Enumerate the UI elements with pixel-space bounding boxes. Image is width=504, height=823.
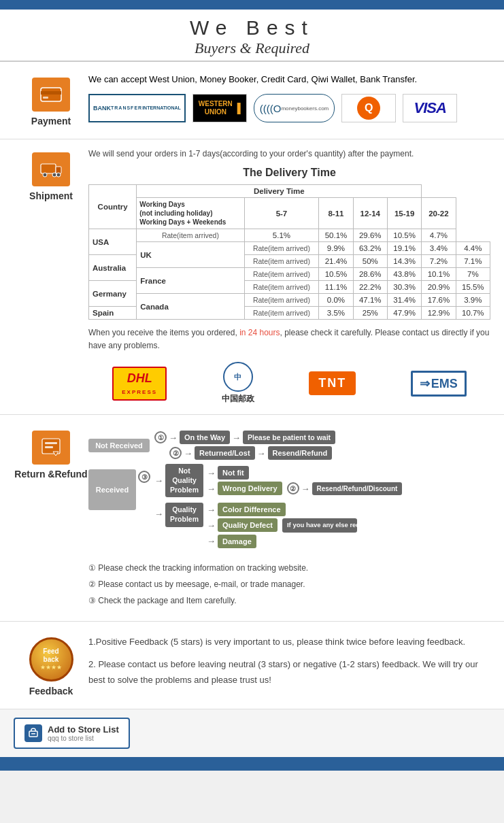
shipping-logos: DHL EXPRESS 中 中国邮政 TNT ⇒EMS bbox=[88, 362, 490, 405]
visa-text: VISA bbox=[414, 99, 446, 117]
shipment-note: We will send your orders in 1-7 days(acc… bbox=[88, 149, 490, 158]
svg-rect-9 bbox=[45, 442, 57, 444]
store-button-section: Add to Store List qqq to store list bbox=[0, 709, 504, 757]
refund-icon-area: Return &Refund bbox=[14, 427, 88, 480]
flow-not-received: Not Received bbox=[88, 439, 150, 452]
payment-icon bbox=[32, 78, 70, 112]
western-union-logo: WESTERNUNION▐ bbox=[192, 94, 247, 122]
flow-patient: Please be patient to wait bbox=[243, 431, 335, 444]
svg-rect-3 bbox=[41, 164, 56, 173]
visa-logo: VISA bbox=[403, 94, 457, 122]
flow-num-1a: ① bbox=[154, 431, 167, 443]
flow-num-2a: ② bbox=[169, 447, 182, 459]
flow-not-quality: NotQualityProblem bbox=[165, 464, 203, 497]
delivery-table: Country Delivery Time Working Days(not i… bbox=[88, 184, 490, 320]
flow-damage: Damage bbox=[218, 535, 256, 548]
feedback-icon: Feedback ★★★★ bbox=[29, 637, 73, 682]
shipment-label: Shipment bbox=[29, 190, 73, 201]
feedback-icon-area: Feedback ★★★★ Feedback bbox=[14, 634, 88, 696]
page-subtitle: Buyers & Required bbox=[0, 39, 504, 57]
col-12-14: 12-14 bbox=[353, 198, 387, 229]
dhl-logo: DHL EXPRESS bbox=[112, 367, 167, 401]
svg-rect-12 bbox=[31, 733, 35, 735]
chinapost-logo: 中 中国邮政 bbox=[222, 362, 254, 405]
table-row: UK Rate(item arrived) 9.9% 63.2% 19.1% 3… bbox=[89, 242, 490, 255]
flow-num-2b: ② bbox=[287, 482, 299, 494]
ems-logo: ⇒EMS bbox=[411, 371, 467, 397]
refund-instructions: ① Please check the tracking information … bbox=[88, 560, 490, 609]
svg-point-5 bbox=[43, 173, 47, 177]
col-20-22: 20-22 bbox=[422, 198, 456, 229]
page-wrapper: We Best Buyers & Required Payment We can… bbox=[0, 0, 504, 771]
svg-rect-1 bbox=[41, 91, 61, 95]
flow-not-fit: Not fit bbox=[218, 466, 249, 480]
table-row: France Rate(item arrived) 10.5% 28.6% 43… bbox=[89, 268, 490, 281]
refund-label: Return &Refund bbox=[14, 469, 87, 480]
col-8-11: 8-11 bbox=[319, 198, 353, 229]
svg-rect-10 bbox=[45, 446, 53, 448]
flow-row-1: Not Received ① → On the Way → Please be … bbox=[88, 431, 490, 460]
bank-transfer-logo: BANKTRANSFERINTERNATIONAL bbox=[88, 94, 186, 122]
feedback-section: Feedback ★★★★ Feedback 1.Positive Feedba… bbox=[0, 622, 504, 709]
svg-point-7 bbox=[56, 173, 61, 177]
delivery-title: The Delivery Time bbox=[88, 167, 490, 179]
feedback-icon-wrapper: Feedback ★★★★ bbox=[29, 637, 73, 682]
shipment-content: We will send your orders in 1-7 days(acc… bbox=[88, 149, 490, 405]
table-row: USA Rate(item arrived) 5.1% 50.1% 29.6% … bbox=[89, 229, 490, 242]
page-title: We Best bbox=[0, 16, 504, 39]
flow-received: Received bbox=[88, 469, 136, 510]
col-country: Country bbox=[89, 185, 137, 229]
title-section: We Best Buyers & Required bbox=[0, 10, 504, 62]
shipment-section: Shipment We will send your orders in 1-7… bbox=[0, 139, 504, 415]
feedback-text-1: 1.Positive Feedback (5 stars) is very im… bbox=[88, 634, 490, 650]
flow-quality-defect: Quality Defect bbox=[218, 518, 278, 532]
flow-on-the-way: On the Way bbox=[180, 431, 230, 444]
col-5-7: 5-7 bbox=[244, 198, 319, 229]
col-working-days: Working Days(not including holiday)Worki… bbox=[137, 198, 244, 229]
bottom-banner bbox=[0, 757, 504, 771]
moneybookers-logo: ((((O moneybookers.com bbox=[254, 94, 335, 122]
flow-received-block: Received ③ → NotQualityProblem → Not fit bbox=[88, 464, 490, 548]
payment-description: We can accept West Union, Money Booker, … bbox=[88, 74, 490, 84]
store-icon bbox=[24, 724, 42, 742]
flow-num-3: ③ bbox=[138, 471, 150, 483]
flow-color-diff: Color Difference bbox=[218, 503, 286, 516]
svg-point-6 bbox=[52, 173, 56, 177]
flow-resend-discount: Resend/Refund/Discount bbox=[312, 482, 403, 495]
top-banner bbox=[0, 0, 504, 10]
payment-logos: BANKTRANSFERINTERNATIONAL WESTERNUNION▐ … bbox=[88, 94, 490, 122]
refund-content: Not Received ① → On the Way → Please be … bbox=[88, 427, 490, 608]
tnt-logo: TNT bbox=[309, 371, 356, 395]
refund-instruction-1: ① Please check the tracking information … bbox=[88, 560, 490, 576]
col-15-19: 15-19 bbox=[387, 198, 421, 229]
check-highlight: in 24 hours bbox=[239, 328, 280, 337]
refund-icon bbox=[32, 431, 70, 465]
payment-section: Payment We can accept West Union, Money … bbox=[0, 62, 504, 139]
flow-resend-refund: Resend/Refund bbox=[268, 446, 333, 460]
flow-wrong-delivery: Wrong Delivery bbox=[218, 482, 282, 495]
shipment-icon bbox=[32, 152, 70, 186]
feedback-label: Feedback bbox=[29, 686, 73, 696]
refund-instruction-2: ② Please contact us by meesage, e-mail, … bbox=[88, 576, 490, 592]
flow-returned-lost: Returned/Lost bbox=[195, 446, 255, 460]
feedback-content: 1.Positive Feedback (5 stars) is very im… bbox=[88, 634, 490, 688]
svg-rect-2 bbox=[43, 97, 48, 99]
return-refund-section: Return &Refund Not Received ① → On the W… bbox=[0, 415, 504, 621]
flow-quality-problem: QualityProblem bbox=[165, 503, 203, 526]
store-button[interactable]: Add to Store List qqq to store list bbox=[14, 718, 130, 749]
shipment-icon-area: Shipment bbox=[14, 149, 88, 201]
store-sub-label: qqq to store list bbox=[48, 735, 119, 742]
flow-else-req: If you have any else requirements, you c… bbox=[282, 518, 357, 532]
store-add-label: Add to Store List bbox=[48, 724, 119, 735]
payment-icon-area: Payment bbox=[14, 74, 88, 127]
refund-instruction-3: ③ Check the package and Item carefully. bbox=[88, 592, 490, 609]
check-note: When you receive the items you ordered, … bbox=[88, 326, 490, 352]
payment-content: We can accept West Union, Money Booker, … bbox=[88, 74, 490, 122]
qiwi-logo: Q bbox=[341, 94, 396, 122]
table-row: Canada Rate(item arrived) 0.0% 47.1% 31.… bbox=[89, 294, 490, 307]
payment-label: Payment bbox=[31, 116, 71, 127]
store-btn-text-area: Add to Store List qqq to store list bbox=[48, 724, 119, 742]
feedback-text-2: 2. Please contact us before leaving neut… bbox=[88, 656, 490, 688]
col-delivery-time: Delivery Time bbox=[137, 185, 422, 198]
flowchart: Not Received ① → On the Way → Please be … bbox=[88, 427, 490, 551]
